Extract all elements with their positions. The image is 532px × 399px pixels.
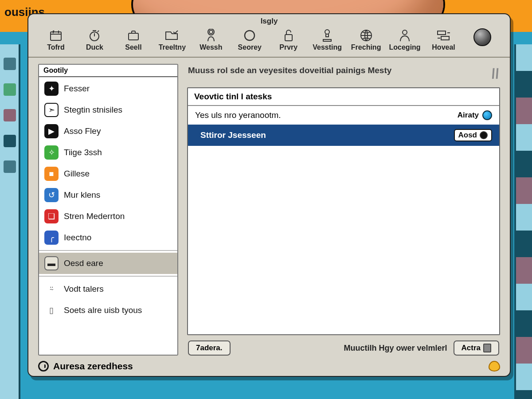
curve-icon: ╭ [44,231,59,245]
star-icon: ✦ [44,82,59,96]
svg-point-7 [325,30,329,34]
sidebar-item-mur-klens[interactable]: ↺Mur klens [39,184,177,206]
svg-rect-11 [441,36,449,40]
status-text: Auresa zeredhess [53,361,133,372]
sidebar-list: ✦Fesser➣Stegtin stnisiles▶Asso Fley✧Tiig… [39,77,177,355]
main-description: Muuss rol sde an veyesites doveitial pai… [188,66,391,82]
sidebar-item-stegtin-stnisiles[interactable]: ➣Stegtin stnisiles [39,99,177,121]
timer-icon [86,28,102,43]
toolbar-feelng[interactable]: Freching [348,28,384,51]
person-ring-icon [203,28,219,43]
toolbar-seell[interactable]: Seell [116,28,151,51]
decoration-slash: \\ [489,66,501,82]
sidebar-item-tiige-3ssh[interactable]: ✧Tiige 3ssh [39,142,177,163]
nav-icon: ✧ [44,145,59,160]
app-logo-icon [38,361,49,372]
toolbar-target[interactable] [465,28,500,51]
toolbar-prvey[interactable]: Prvry [271,28,306,51]
sidebar-item-asso-fley[interactable]: ▶Asso Fley [39,121,177,142]
stamp-icon [319,28,335,43]
toolbar-tofrd[interactable]: Tofrd [38,28,74,51]
panel-row[interactable]: Sttiror JsesseenAosd [188,125,499,146]
layout-icon [436,28,452,43]
toolbar-vesstng[interactable]: Vessting [309,28,345,51]
briefcase-icon [125,28,141,43]
lock-icon [281,28,297,43]
panel-row[interactable]: Yes uls nro yeranootm.Airaty [188,106,499,125]
footer-right-button[interactable]: Actra [454,340,499,356]
badge-dot-icon [482,110,492,120]
footer-right-text: Muuctilh Hgy ower velmlerl [344,344,447,353]
calendar-icon [48,28,64,43]
sidebar-header: Gootily [39,65,177,77]
doc-icon: ▯ [44,303,59,317]
target-orb-icon [473,28,491,46]
toolbar: TofrdDuckSeellTreeltnyWesshSeoreyPrvryVe… [28,27,510,58]
sidebar-item-ieectno[interactable]: ╭Ieectno [39,227,177,248]
coin-icon [489,361,500,372]
person-icon [397,28,413,43]
panel-header: Veovtic tinl I atesks [188,88,499,106]
content-panel: Veovtic tinl I atesks Yes uls nro yerano… [187,87,500,335]
globe-icon [358,28,374,43]
svg-point-3 [209,30,213,34]
compass-icon: ➣ [44,103,59,117]
chat-icon: ▬ [44,256,59,270]
status-bar: Auresa zeredhess [28,356,510,376]
folder-check-icon [164,28,180,43]
svg-rect-10 [438,31,446,35]
swirl-icon: ↺ [44,188,59,202]
svg-rect-2 [129,33,138,40]
row-badge: Aosd [454,129,493,141]
toolbar-vessh[interactable]: Wessh [193,28,229,51]
row-badge: Airaty [458,110,492,120]
sidebar-item-stren-mederrton[interactable]: ❏Stren Mederrton [39,206,177,227]
window-title: lsgly [28,14,510,27]
square-icon: ■ [44,167,59,181]
book-icon: ❏ [44,209,59,223]
sidebar-item-vodt-talers[interactable]: ⍨Vodt talers [39,278,177,300]
sidebar-item-soets-alre-uisb-tyous[interactable]: ▯Soets alre uisb tyous [39,300,177,321]
disk-icon [483,344,491,352]
toolbar-looegng[interactable]: Loceging [387,28,422,51]
sidebar-item-oesd-eare[interactable]: ▬Oesd eare [39,253,177,274]
main-pane: Muuss rol sde an veyesites doveitial pai… [187,64,500,356]
svg-rect-6 [285,35,292,41]
badge-dot-icon [480,131,488,139]
preferences-window: lsgly TofrdDuckSeellTreeltnyWesshSeoreyP… [27,13,511,377]
sidebar-item-gillese[interactable]: ■Gillese [39,163,177,184]
svg-point-5 [245,31,254,40]
users-icon: ⍨ [44,282,59,296]
sidebar-item-fesser[interactable]: ✦Fesser [39,78,177,99]
sidebar: Gootily ✦Fesser➣Stegtin stnisiles▶Asso F… [38,64,178,356]
toolbar-seorey[interactable]: Seorey [232,28,267,51]
footer-left-button[interactable]: 7adera. [188,340,231,356]
play-icon: ▶ [44,124,59,138]
toolbar-hoveal[interactable]: Hoveal [426,28,462,51]
circle-icon [242,28,258,43]
svg-rect-0 [51,32,61,40]
toolbar-treeltny[interactable]: Treeltny [154,28,190,51]
toolbar-duck[interactable]: Duck [77,28,112,51]
svg-point-9 [403,30,407,35]
